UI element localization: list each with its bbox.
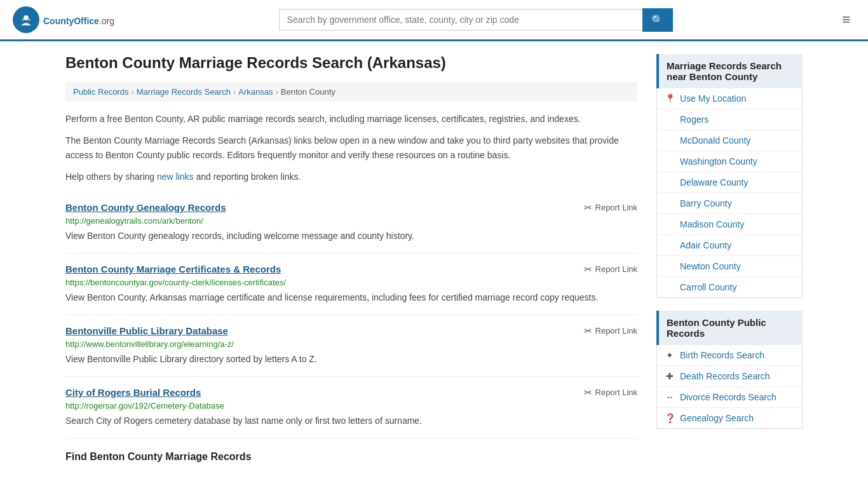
record-item: Benton County Genealogy Records ✂ Report… (65, 192, 637, 254)
public-records-list: ✦ Birth Records Search ✚ Death Records S… (656, 345, 803, 429)
report-link-button[interactable]: ✂ Report Link (584, 264, 637, 275)
report-icon: ✂ (584, 387, 592, 398)
report-icon: ✂ (584, 264, 592, 275)
description-2: The Benton County Marriage Records Searc… (65, 133, 637, 162)
nearby-records-box: Marriage Records Search near Benton Coun… (656, 54, 803, 298)
record-title[interactable]: Bentonville Public Library Database (65, 325, 228, 336)
record-description: View Bentonville Public Library director… (65, 353, 637, 366)
breadcrumb-public-records[interactable]: Public Records (73, 87, 128, 97)
sidebar-item-washington-county[interactable]: Washington County (657, 151, 802, 172)
breadcrumb-current: Benton County (281, 87, 336, 97)
logo-text: CountyOffice.org (43, 13, 114, 27)
sidebar-item-newton-county[interactable]: Newton County (657, 256, 802, 277)
description-3: Help others by sharing new links and rep… (65, 170, 637, 184)
breadcrumb-marriage-records[interactable]: Marriage Records Search (137, 87, 231, 97)
sidebar-item-birth-records[interactable]: ✦ Birth Records Search (657, 345, 802, 366)
record-header: Benton County Marriage Certificates & Re… (65, 264, 637, 275)
location-icon: 📍 (665, 93, 675, 104)
public-records-title: Benton County Public Records (656, 311, 803, 345)
nearby-records-list: 📍 Use My Location Rogers McDonald County… (656, 88, 803, 298)
svg-point-2 (22, 19, 24, 21)
menu-icon[interactable]: ≡ (837, 9, 855, 30)
breadcrumb-sep-2: › (233, 87, 236, 97)
record-url[interactable]: http://www.bentonvillelibrary.org/elearn… (65, 339, 637, 349)
search-button[interactable]: 🔍 (642, 8, 673, 32)
page-title: Benton County Marriage Records Search (A… (65, 54, 637, 72)
sidebar-item-genealogy-search[interactable]: ❓ Genealogy Search (657, 408, 802, 428)
report-link-button[interactable]: ✂ Report Link (584, 202, 637, 214)
logo-area[interactable]: CountyOffice.org (13, 6, 114, 33)
record-url[interactable]: http://rogersar.gov/192/Cemetery-Databas… (65, 401, 637, 410)
description-1: Perform a free Benton County, AR public … (65, 112, 637, 126)
report-link-button[interactable]: ✂ Report Link (584, 387, 637, 398)
birth-icon: ✦ (665, 350, 675, 360)
record-title[interactable]: Benton County Genealogy Records (65, 202, 226, 213)
record-item: City of Rogers Burial Records ✂ Report L… (65, 377, 637, 438)
find-records-heading: Find Benton County Marriage Records (65, 451, 637, 463)
record-header: Bentonville Public Library Database ✂ Re… (65, 325, 637, 337)
report-icon: ✂ (584, 325, 592, 337)
public-records-box: Benton County Public Records ✦ Birth Rec… (656, 311, 803, 429)
sidebar-item-delaware-county[interactable]: Delaware County (657, 172, 802, 193)
record-header: City of Rogers Burial Records ✂ Report L… (65, 387, 637, 398)
new-links-link[interactable]: new links (157, 172, 194, 182)
sidebar-item-divorce-records[interactable]: ↔ Divorce Records Search (657, 387, 802, 408)
record-url[interactable]: http://genealogytrails.com/ark/benton/ (65, 216, 637, 226)
sidebar-item-carroll-county[interactable]: Carroll County (657, 277, 802, 297)
content-area: Benton County Marriage Records Search (A… (65, 54, 637, 465)
logo-icon (13, 6, 39, 33)
record-item: Benton County Marriage Certificates & Re… (65, 254, 637, 315)
record-title[interactable]: Benton County Marriage Certificates & Re… (65, 264, 281, 274)
sidebar-item-adair-county[interactable]: Adair County (657, 235, 802, 256)
record-item: Bentonville Public Library Database ✂ Re… (65, 315, 637, 377)
breadcrumb-sep-3: › (275, 87, 278, 97)
report-icon: ✂ (584, 202, 592, 214)
search-area: 🔍 (279, 8, 673, 32)
nearby-records-title: Marriage Records Search near Benton Coun… (656, 54, 803, 88)
record-url[interactable]: https://bentoncountyar.gov/county-clerk/… (65, 278, 637, 287)
search-input[interactable] (279, 9, 642, 30)
record-description: Search City of Rogers cemetery database … (65, 414, 637, 428)
records-list: Benton County Genealogy Records ✂ Report… (65, 192, 637, 438)
site-header: CountyOffice.org 🔍 ≡ (0, 0, 868, 41)
sidebar-item-barry-county[interactable]: Barry County (657, 193, 802, 214)
sidebar: Marriage Records Search near Benton Coun… (656, 54, 803, 465)
report-link-button[interactable]: ✂ Report Link (584, 325, 637, 337)
main-layout: Benton County Marriage Records Search (A… (53, 41, 815, 465)
record-header: Benton County Genealogy Records ✂ Report… (65, 202, 637, 214)
sidebar-item-use-my-location[interactable]: 📍 Use My Location (657, 88, 802, 109)
record-title[interactable]: City of Rogers Burial Records (65, 387, 201, 398)
death-icon: ✚ (665, 371, 675, 381)
sidebar-item-mcdonald-county[interactable]: McDonald County (657, 130, 802, 151)
svg-point-3 (29, 19, 31, 21)
divorce-icon: ↔ (665, 392, 675, 402)
search-icon: 🔍 (651, 15, 664, 25)
genealogy-icon: ❓ (665, 413, 675, 423)
record-description: View Benton County, Arkansas marriage ce… (65, 291, 637, 304)
breadcrumb-sep-1: › (131, 87, 133, 97)
breadcrumb: Public Records › Marriage Records Search… (65, 82, 637, 102)
sidebar-item-death-records[interactable]: ✚ Death Records Search (657, 366, 802, 387)
svg-point-1 (24, 15, 29, 20)
breadcrumb-arkansas[interactable]: Arkansas (238, 87, 273, 97)
sidebar-item-rogers[interactable]: Rogers (657, 109, 802, 130)
sidebar-item-madison-county[interactable]: Madison County (657, 214, 802, 235)
record-description: View Benton County genealogy records, in… (65, 229, 637, 243)
